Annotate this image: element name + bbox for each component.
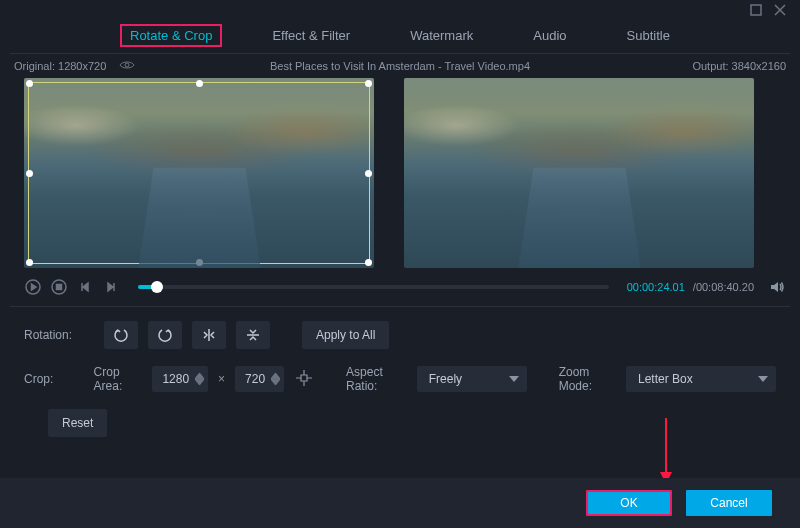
preview-area	[0, 76, 800, 274]
tab-rotate-crop[interactable]: Rotate & Crop	[120, 24, 222, 47]
tab-audio[interactable]: Audio	[533, 28, 566, 43]
footer: OK Cancel	[0, 478, 800, 528]
svg-rect-0	[751, 5, 761, 15]
stop-button[interactable]	[50, 278, 68, 296]
zoom-mode-value: Letter Box	[638, 372, 693, 386]
crop-handle[interactable]	[365, 259, 372, 266]
crop-handle[interactable]	[26, 259, 33, 266]
original-resolution: Original: 1280x720	[14, 60, 106, 72]
crop-handle[interactable]	[365, 80, 372, 87]
crop-rectangle[interactable]	[28, 82, 370, 264]
playback-bar: 00:00:24.01/00:08:40.20	[0, 274, 800, 306]
ok-button[interactable]: OK	[586, 490, 672, 516]
crop-handle[interactable]	[196, 80, 203, 87]
rotate-left-button[interactable]	[104, 321, 138, 349]
flip-vertical-button[interactable]	[236, 321, 270, 349]
crop-handle[interactable]	[26, 80, 33, 87]
center-crop-icon[interactable]	[294, 368, 314, 391]
flip-horizontal-button[interactable]	[192, 321, 226, 349]
svg-point-1	[125, 63, 129, 67]
tab-bar: Rotate & Crop Effect & Filter Watermark …	[0, 22, 800, 53]
crop-label: Crop:	[24, 372, 84, 386]
reset-button[interactable]: Reset	[48, 409, 107, 437]
apply-to-all-button[interactable]: Apply to All	[302, 321, 389, 349]
zoom-mode-label: Zoom Mode:	[559, 365, 616, 393]
rotate-right-button[interactable]	[148, 321, 182, 349]
crop-handle[interactable]	[196, 259, 203, 266]
crop-handle[interactable]	[365, 170, 372, 177]
source-preview[interactable]	[24, 78, 374, 268]
crop-width-value: 1280	[162, 372, 189, 386]
output-preview	[404, 78, 754, 268]
time-current: 00:00:24.01	[627, 281, 685, 293]
tab-effect-filter[interactable]: Effect & Filter	[272, 28, 350, 43]
time-total: /00:08:40.20	[693, 281, 754, 293]
play-button[interactable]	[24, 278, 42, 296]
next-frame-button[interactable]	[102, 278, 120, 296]
aspect-ratio-label: Aspect Ratio:	[346, 365, 407, 393]
zoom-mode-select[interactable]: Letter Box	[626, 366, 776, 392]
crop-handle[interactable]	[26, 170, 33, 177]
prev-frame-button[interactable]	[76, 278, 94, 296]
titlebar	[0, 0, 800, 22]
crop-area-label: Crop Area:	[94, 365, 143, 393]
rotation-label: Rotation:	[24, 328, 94, 342]
aspect-ratio-value: Freely	[429, 372, 462, 386]
crop-width-field[interactable]: 1280	[152, 366, 208, 392]
tab-watermark[interactable]: Watermark	[410, 28, 473, 43]
cancel-button[interactable]: Cancel	[686, 490, 772, 516]
preview-visibility-icon[interactable]	[119, 60, 135, 70]
tab-subtitle[interactable]: Subtitle	[627, 28, 670, 43]
controls-panel: Rotation: Apply to All Crop: Crop Area: …	[0, 307, 800, 453]
seek-bar[interactable]	[138, 285, 609, 289]
multiply-icon: ×	[218, 372, 225, 386]
crop-height-field[interactable]: 720	[235, 366, 284, 392]
info-bar: Original: 1280x720 Best Places to Visit …	[0, 54, 800, 76]
volume-button[interactable]	[768, 278, 786, 296]
output-resolution: Output: 3840x2160	[692, 60, 786, 72]
maximize-button[interactable]	[750, 2, 762, 20]
svg-rect-4	[57, 285, 62, 290]
aspect-ratio-select[interactable]: Freely	[417, 366, 527, 392]
close-button[interactable]	[774, 2, 786, 20]
crop-height-value: 720	[245, 372, 265, 386]
seek-knob[interactable]	[151, 281, 163, 293]
